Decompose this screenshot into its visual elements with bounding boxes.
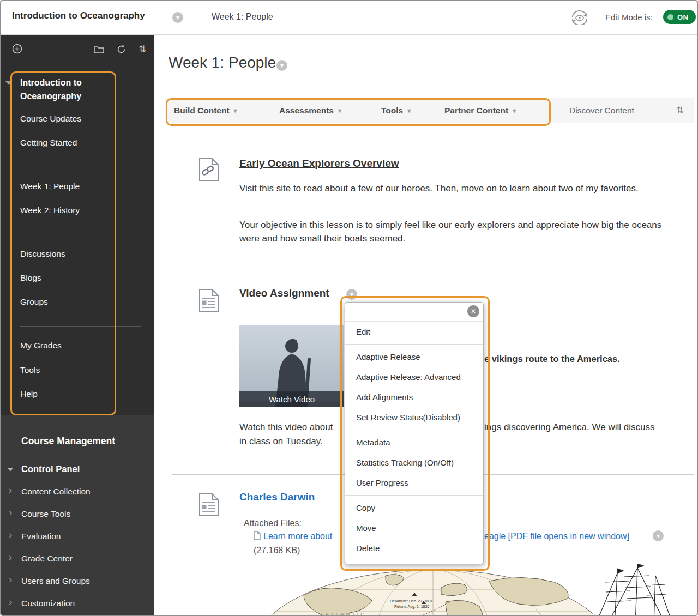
sidebar-item-groups[interactable]: Groups — [20, 297, 48, 307]
sidebar-item-discussions[interactable]: Discussions — [20, 249, 65, 259]
content-item-icon — [198, 288, 220, 315]
collapse-menu-arrow-icon[interactable] — [5, 81, 12, 85]
sidebar-item-blogs[interactable]: Blogs — [20, 273, 41, 283]
chevron-down-icon: ▾ — [407, 107, 411, 114]
student-preview-icon[interactable] — [570, 10, 589, 27]
menu-item-metadata[interactable]: Metadata — [345, 432, 483, 452]
attached-file-link-right-fragment[interactable]: eagle [PDF file opens in new window] — [484, 532, 629, 541]
menu-item-add-alignments[interactable]: Add Alignments — [345, 387, 483, 407]
tools-button[interactable]: Tools ▾ — [381, 98, 411, 123]
menu-item-edit[interactable]: Edit — [345, 322, 483, 342]
sidebar-item-customization[interactable]: Customization — [21, 599, 75, 608]
folder-view-icon[interactable] — [94, 45, 104, 56]
sort-arrows-icon: ⇅ — [139, 44, 146, 55]
map-departure-label: Departure: Dec. 27, 1831 — [390, 599, 433, 603]
menu-divider — [20, 235, 141, 235]
chevron-down-icon: ▾ — [234, 107, 237, 114]
item1-paragraph-1: Visit this site to read about a few of o… — [239, 182, 676, 195]
sort-arrows-icon: ⇅ — [676, 105, 684, 116]
menu-divider — [20, 326, 141, 327]
partner-content-button[interactable]: Partner Content ▾ — [444, 98, 516, 123]
sidebar-item-getting-started[interactable]: Getting Started — [20, 138, 77, 148]
menu-item-user-progress[interactable]: User Progress — [345, 473, 483, 493]
build-content-label: Build Content — [174, 106, 230, 116]
menu-item-move[interactable]: Move — [345, 518, 483, 538]
menu-item-delete[interactable]: Delete — [345, 538, 483, 558]
world-map-image: Departure: Dec. 27, 1831 Return: Aug. 2,… — [249, 568, 617, 616]
reorder-items-icon[interactable]: ⇅ — [676, 98, 684, 123]
map-return-label: Return: Aug. 2, 1836 — [394, 605, 429, 609]
chevron-right-icon: › — [9, 529, 12, 540]
sidebar-item-course-updates[interactable]: Course Updates — [20, 114, 81, 124]
menu-item-adaptive-release-advanced[interactable]: Adaptive Release: Advanced — [345, 367, 483, 387]
sidebar-item-control-panel[interactable]: Control Panel — [21, 464, 80, 474]
chevron-down-icon: ▾ — [513, 107, 516, 114]
sidebar-item-users-groups[interactable]: Users and Groups — [21, 576, 90, 586]
reorder-icon[interactable]: ⇅ — [139, 44, 146, 55]
sidebar-item-course-entry[interactable]: Introduction to Oceanography — [20, 76, 105, 103]
chevron-down-icon: ▾ — [176, 14, 179, 21]
edit-mode-value: ON — [677, 13, 689, 21]
course-title-menu-button[interactable]: ▾ — [172, 12, 183, 23]
sidebar-item-tools[interactable]: Tools — [20, 365, 40, 375]
close-menu-button[interactable]: ✕ — [467, 305, 479, 317]
video-thumbnail[interactable]: Watch Video — [239, 325, 344, 407]
sidebar-item-course-tools[interactable]: Course Tools — [21, 509, 70, 519]
breadcrumb-divider — [201, 9, 201, 27]
sidebar-item-help[interactable]: Help — [20, 389, 38, 399]
discover-content-button[interactable]: Discover Content — [569, 98, 634, 123]
menu-item-set-review-status[interactable]: Set Review Status(Disabled) — [345, 407, 483, 427]
breadcrumb: Week 1: People — [212, 12, 273, 22]
item-title-charles-darwin[interactable]: Charles Darwin — [239, 491, 315, 503]
course-management-heading: Course Management — [21, 436, 115, 447]
close-icon: ✕ — [471, 307, 476, 315]
content-item-icon — [198, 493, 220, 519]
item-title-video-assignment[interactable]: Video Assignment — [239, 287, 329, 299]
item2-bold-text-fragment: e vikings route to the Americas. — [484, 354, 620, 364]
header-course-title[interactable]: Introduction to Oceanography — [12, 10, 145, 21]
menu-item-statistics-tracking[interactable]: Statistics Tracking (On/Off) — [345, 452, 483, 473]
chevron-down-icon: ▾ — [657, 533, 660, 539]
ship-illustration — [593, 564, 675, 616]
url-item-icon — [198, 158, 220, 184]
file-icon — [254, 531, 261, 542]
page-title: Week 1: People — [169, 54, 276, 71]
menu-divider — [20, 165, 141, 165]
control-panel-expand-icon[interactable] — [8, 468, 13, 472]
attached-file-link-left-fragment[interactable]: Learn more about — [263, 532, 344, 541]
sidebar-item-week2-history[interactable]: Week 2: History — [20, 206, 80, 215]
attached-file-menu-button[interactable]: ▾ — [653, 530, 664, 541]
map-ocean-label: ATLANTIC — [326, 612, 366, 616]
sidebar-item-grade-center[interactable]: Grade Center — [21, 554, 73, 564]
sidebar-item-content-collection[interactable]: Content Collection — [21, 487, 91, 497]
video-assignment-menu-button[interactable]: ▾ — [346, 289, 357, 300]
chevron-right-icon: › — [9, 596, 12, 607]
page-title-menu-button[interactable]: ▾ — [276, 60, 287, 71]
chevron-right-icon: › — [9, 485, 12, 495]
item2-paragraph-line2: in class on Tuesday. — [239, 436, 323, 447]
assessments-button[interactable]: Assessments ▾ — [279, 98, 341, 123]
add-menu-item-icon[interactable] — [12, 44, 22, 56]
chevron-right-icon: › — [9, 552, 12, 562]
item-divider — [172, 270, 694, 270]
chevron-down-icon: ▾ — [338, 107, 341, 114]
assessments-label: Assessments — [279, 106, 334, 116]
watch-video-caption: Watch Video — [239, 391, 344, 407]
menu-item-adaptive-release[interactable]: Adaptive Release — [345, 347, 483, 367]
edit-mode-toggle[interactable]: ON — [663, 10, 696, 24]
item-title-early-ocean-explorers[interactable]: Early Ocean Explorers Overview — [239, 158, 399, 170]
toggle-dot-icon — [667, 14, 673, 20]
sidebar-item-week1-people[interactable]: Week 1: People — [20, 182, 80, 191]
chevron-right-icon: › — [9, 574, 12, 584]
sidebar-item-my-grades[interactable]: My Grades — [20, 341, 62, 351]
file-size-label: (27.168 KB) — [254, 546, 300, 555]
menu-separator — [345, 495, 483, 496]
build-content-button[interactable]: Build Content ▾ — [174, 98, 237, 123]
menu-item-copy[interactable]: Copy — [345, 498, 483, 518]
item2-paragraph-right-fragment: ings discovering America. We will discus… — [484, 422, 654, 433]
item1-paragraph-2: Your objective in this lesson is to simp… — [239, 218, 676, 245]
item-context-menu: ✕ Edit Adaptive Release Adaptive Release… — [345, 302, 484, 564]
sidebar-item-evaluation[interactable]: Evaluation — [21, 532, 61, 541]
course-menu-sidebar: ⇅ Introduction to Oceanography Course Up… — [1, 34, 154, 616]
refresh-icon[interactable] — [116, 44, 127, 57]
